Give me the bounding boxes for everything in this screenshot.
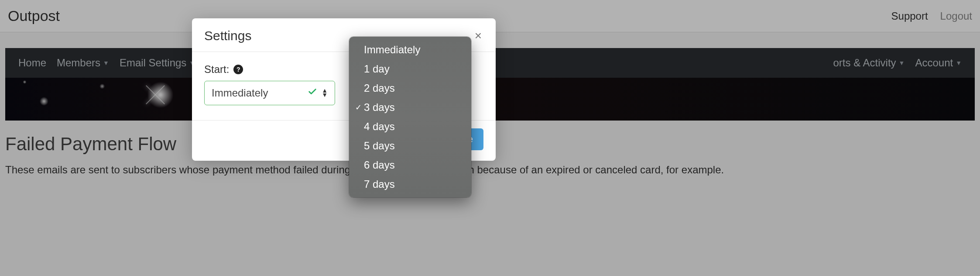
dropdown-option-label: 2 days bbox=[364, 80, 395, 96]
start-field-label: Start: bbox=[204, 63, 229, 76]
start-select-value: Immediately bbox=[212, 87, 308, 99]
dropdown-option-label: Immediately bbox=[364, 42, 420, 58]
checkmark-icon: ✓ bbox=[355, 102, 362, 114]
dropdown-option-2-days[interactable]: 2 days bbox=[349, 79, 471, 98]
dropdown-option-label: 5 days bbox=[364, 138, 395, 154]
select-caret-icon: ▲▼ bbox=[322, 89, 328, 97]
dropdown-option-label: 3 days bbox=[364, 100, 395, 115]
dropdown-option-1-day[interactable]: 1 day bbox=[349, 59, 471, 79]
dropdown-option-7-days[interactable]: 7 days bbox=[349, 175, 471, 194]
dropdown-option-label: 6 days bbox=[364, 157, 395, 173]
dropdown-option-immediately[interactable]: Immediately bbox=[349, 40, 471, 59]
dropdown-option-label: 4 days bbox=[364, 119, 395, 135]
dropdown-option-label: 1 day bbox=[364, 61, 390, 77]
dropdown-option-label: 7 days bbox=[364, 176, 395, 192]
check-icon bbox=[308, 87, 317, 99]
close-icon[interactable]: × bbox=[473, 28, 483, 44]
start-select[interactable]: Immediately ▲▼ bbox=[204, 81, 335, 105]
dropdown-option-4-days[interactable]: 4 days bbox=[349, 117, 471, 136]
dropdown-option-5-days[interactable]: 5 days bbox=[349, 136, 471, 155]
start-dropdown-menu: Immediately 1 day 2 days ✓ 3 days 4 days… bbox=[349, 37, 471, 197]
dropdown-option-6-days[interactable]: 6 days bbox=[349, 155, 471, 175]
modal-title: Settings bbox=[204, 28, 251, 43]
help-icon[interactable]: ? bbox=[233, 65, 243, 74]
dropdown-option-3-days[interactable]: ✓ 3 days bbox=[349, 98, 471, 117]
